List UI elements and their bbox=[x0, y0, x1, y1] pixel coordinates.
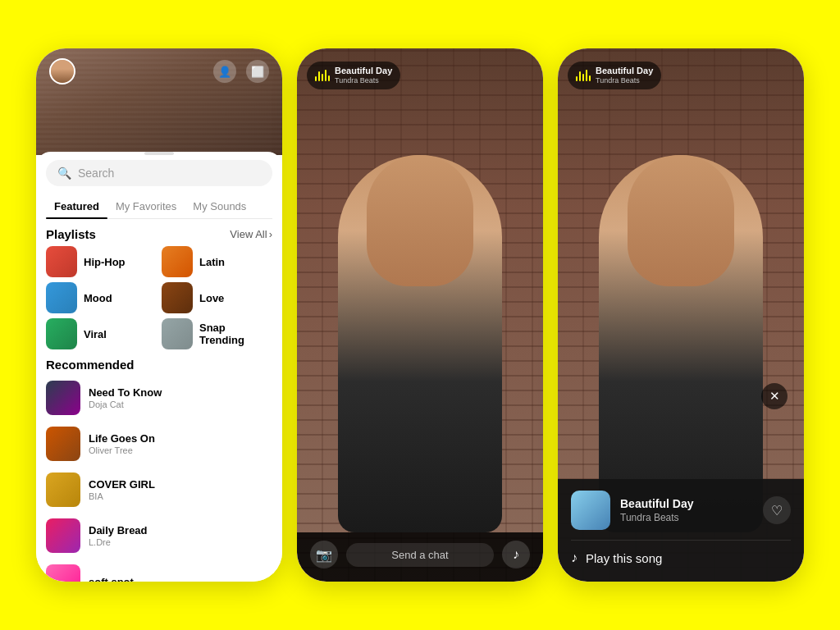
person-face bbox=[367, 155, 473, 286]
phone-1-sounds: 👤 ⬜ 🔍 Search Featured My Favorites My So… bbox=[36, 48, 282, 582]
close-button[interactable]: ✕ bbox=[761, 383, 788, 409]
phone-3-popup: Beautiful Day Tundra Beats ✕ Beautiful D… bbox=[558, 48, 804, 582]
camera-button[interactable]: 📷 bbox=[310, 541, 338, 568]
badge-title-phone3: Beautiful Day bbox=[596, 66, 653, 76]
song-item-softspot[interactable]: soft spot bbox=[36, 559, 282, 582]
playlist-label-viral: Viral bbox=[84, 328, 107, 340]
add-friend-icon[interactable]: 👤 bbox=[213, 60, 236, 83]
song-popup: Beautiful Day Tundra Beats ♡ ♪ Play this… bbox=[558, 479, 804, 582]
tab-featured[interactable]: Featured bbox=[46, 194, 107, 218]
playlist-thumb-latin bbox=[162, 246, 193, 277]
playlist-thumb-love bbox=[162, 282, 193, 313]
badge-text-3: Beautiful Day Tundra Beats bbox=[596, 66, 653, 85]
search-bar[interactable]: 🔍 Search bbox=[46, 160, 272, 186]
song-artist-covergirl: BIA bbox=[89, 491, 272, 501]
playlists-title: Playlists bbox=[46, 227, 96, 241]
play-label: Play this song bbox=[586, 551, 662, 565]
popup-song-artist: Tundra Beats bbox=[620, 512, 753, 523]
search-input[interactable]: Search bbox=[78, 167, 261, 180]
song-title-dailybread: Daily Bread bbox=[89, 524, 272, 536]
song-info-softspot: soft spot bbox=[89, 576, 272, 582]
playlist-thumb-viral bbox=[46, 318, 77, 349]
phone2-background: Beautiful Day Tundra Beats 📷 Send a chat… bbox=[297, 48, 543, 582]
playlist-label-latin: Latin bbox=[199, 256, 225, 268]
recommended-title: Recommended bbox=[36, 349, 282, 375]
song-info-needtoknow: Need To Know Doja Cat bbox=[89, 386, 272, 409]
popup-song-info: Beautiful Day Tundra Beats bbox=[620, 497, 753, 523]
avatar-image bbox=[51, 60, 74, 83]
music-note-button[interactable]: ♪ bbox=[502, 541, 530, 568]
song-art-covergirl bbox=[46, 472, 80, 507]
popup-song-title: Beautiful Day bbox=[620, 497, 753, 510]
song-title-lifegoes: Life Goes On bbox=[89, 432, 272, 445]
playlist-label-hiphop: Hip-Hop bbox=[84, 256, 126, 268]
phone1-header: 👤 ⬜ bbox=[36, 48, 282, 91]
badge-artist-phone2: Tundra Beats bbox=[335, 76, 392, 85]
song-badge-phone2[interactable]: Beautiful Day Tundra Beats bbox=[307, 62, 400, 89]
music-note-icon: ♪ bbox=[571, 550, 578, 565]
camera-bottom-bar: 📷 Send a chat ♪ bbox=[297, 532, 543, 582]
sounds-panel: 🔍 Search Featured My Favorites My Sounds… bbox=[36, 152, 282, 582]
playlist-item-love[interactable]: Love bbox=[162, 282, 272, 313]
playlist-item-hiphop[interactable]: Hip-Hop bbox=[46, 246, 157, 277]
sound-wave-icon bbox=[315, 70, 330, 81]
song-item-covergirl[interactable]: COVER GIRL BIA bbox=[36, 467, 282, 513]
phone1-background: 👤 ⬜ bbox=[36, 48, 282, 155]
badge-text: Beautiful Day Tundra Beats bbox=[335, 66, 392, 85]
song-artist-dailybread: L.Dre bbox=[89, 537, 272, 547]
playlist-thumb-hiphop bbox=[46, 246, 77, 277]
tab-my-favorites[interactable]: My Favorites bbox=[107, 194, 185, 218]
playlist-item-latin[interactable]: Latin bbox=[162, 246, 272, 277]
person-silhouette-3 bbox=[599, 155, 763, 532]
camera-flip-icon[interactable]: ⬜ bbox=[246, 60, 269, 83]
playlist-label-mood: Mood bbox=[84, 292, 112, 304]
popup-art bbox=[571, 491, 610, 530]
song-info-dailybread: Daily Bread L.Dre bbox=[89, 524, 272, 547]
song-artist-lifegoes: Oliver Tree bbox=[89, 445, 272, 455]
playlist-thumb-snap bbox=[162, 318, 193, 349]
view-all-button[interactable]: View All › bbox=[230, 228, 272, 240]
song-item-dailybread[interactable]: Daily Bread L.Dre bbox=[36, 513, 282, 559]
playlist-item-viral[interactable]: Viral bbox=[46, 318, 157, 349]
song-title-needtoknow: Need To Know bbox=[89, 386, 272, 399]
tabs-row: Featured My Favorites My Sounds bbox=[46, 194, 272, 219]
song-title-covergirl: COVER GIRL bbox=[89, 478, 272, 491]
song-artist-needtoknow: Doja Cat bbox=[89, 399, 272, 409]
song-item-lifegoes[interactable]: Life Goes On Oliver Tree bbox=[36, 421, 282, 467]
header-right-icons: 👤 ⬜ bbox=[213, 60, 269, 83]
badge-artist-phone3: Tundra Beats bbox=[596, 76, 653, 85]
playlist-item-mood[interactable]: Mood bbox=[46, 282, 157, 313]
popup-divider bbox=[571, 540, 791, 541]
playlist-label-love: Love bbox=[199, 292, 224, 304]
phone3-background: Beautiful Day Tundra Beats ✕ Beautiful D… bbox=[558, 48, 804, 582]
drag-handle bbox=[144, 152, 174, 155]
song-badge-phone3[interactable]: Beautiful Day Tundra Beats bbox=[568, 62, 661, 89]
playlist-thumb-mood bbox=[46, 282, 77, 313]
song-art-lifegoes bbox=[46, 427, 80, 461]
song-item-needtoknow[interactable]: Need To Know Doja Cat bbox=[36, 375, 282, 421]
search-icon: 🔍 bbox=[57, 167, 71, 180]
chat-input[interactable]: Send a chat bbox=[346, 543, 494, 567]
playlists-grid: Hip-Hop Latin Mood Love Viral Snap Trend… bbox=[36, 246, 282, 349]
song-art-softspot bbox=[46, 564, 80, 582]
song-art-needtoknow bbox=[46, 381, 80, 415]
avatar[interactable] bbox=[49, 58, 75, 84]
song-info-covergirl: COVER GIRL BIA bbox=[89, 478, 272, 501]
tab-my-sounds[interactable]: My Sounds bbox=[185, 194, 254, 218]
person-face-3 bbox=[628, 155, 734, 286]
playlist-item-snap-trending[interactable]: Snap Trending bbox=[162, 318, 272, 349]
song-art-dailybread bbox=[46, 518, 80, 553]
heart-button[interactable]: ♡ bbox=[763, 496, 791, 524]
badge-title-phone2: Beautiful Day bbox=[335, 66, 392, 76]
playlist-label-snap: Snap Trending bbox=[199, 322, 272, 346]
phone-2-camera: Beautiful Day Tundra Beats 📷 Send a chat… bbox=[297, 48, 543, 582]
popup-song-row: Beautiful Day Tundra Beats ♡ bbox=[571, 491, 791, 530]
sound-wave-icon-3 bbox=[576, 70, 591, 81]
song-info-lifegoes: Life Goes On Oliver Tree bbox=[89, 432, 272, 455]
play-this-song-row[interactable]: ♪ Play this song bbox=[571, 550, 791, 565]
song-title-softspot: soft spot bbox=[89, 576, 272, 582]
playlists-header: Playlists View All › bbox=[36, 219, 282, 246]
person-silhouette bbox=[338, 155, 502, 532]
